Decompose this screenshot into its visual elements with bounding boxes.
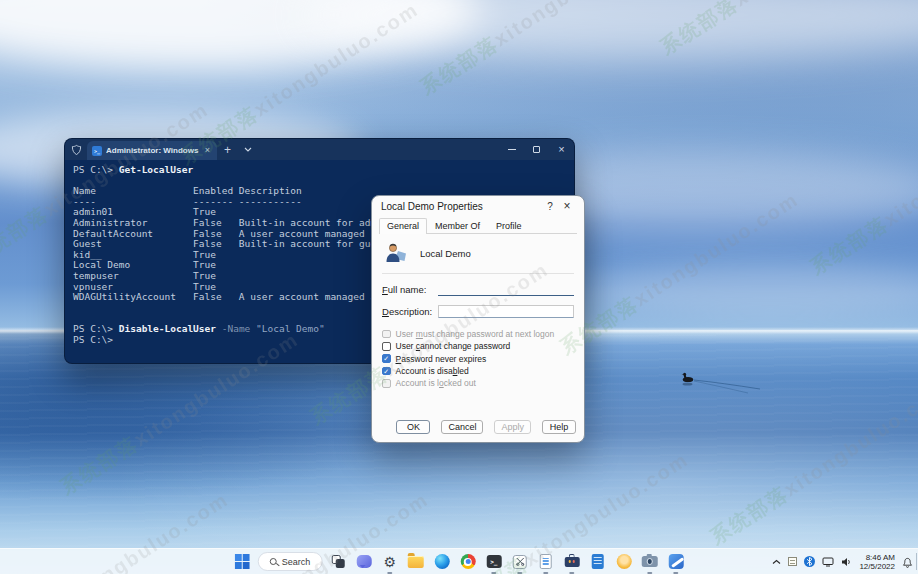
ok-button[interactable]: OK [396, 420, 430, 434]
terminal-tab[interactable]: >_ Administrator: Windows Pow × [87, 141, 217, 160]
camera-icon[interactable] [639, 551, 660, 572]
description-row: Description: [382, 305, 574, 318]
tab-profile[interactable]: Profile [488, 218, 530, 234]
full-name-label: Full name: [382, 284, 438, 295]
checkbox-password-never-expires[interactable]: ✓Password never expires [382, 353, 584, 365]
volume-icon[interactable] [841, 557, 852, 567]
notepad-icon[interactable] [535, 551, 556, 572]
checkbox-label: Account is disabled [396, 366, 469, 376]
terminal-tab-title: Administrator: Windows Pow [106, 146, 199, 155]
search-icon [270, 558, 277, 565]
network-icon[interactable] [822, 557, 834, 567]
checkbox-box [382, 379, 391, 388]
toolbox-icon[interactable] [561, 551, 582, 572]
checkbox-list: User must change password at next logonU… [382, 328, 584, 389]
tab-close-icon[interactable]: × [203, 146, 212, 155]
checkbox-label: Password never expires [396, 354, 487, 364]
full-name-row: Full name: [382, 283, 574, 296]
settings-icon[interactable]: ⚙ [379, 551, 400, 572]
checkbox-label: User must change password at next logon [396, 329, 555, 339]
task-view-icon[interactable] [327, 551, 348, 572]
checkbox-account-is-disabled[interactable]: ✓Account is disabled [382, 365, 584, 377]
clock-date: 12/5/2022 [859, 562, 895, 571]
checkbox-account-is-locked-out: Account is locked out [382, 377, 584, 389]
clock-app-icon[interactable] [613, 551, 634, 572]
dialog-title: Local Demo Properties [381, 201, 542, 212]
word-document-icon[interactable] [587, 551, 608, 572]
system-tray: 8:46 AM 12/5/2022 [772, 549, 913, 574]
taskbar-clock[interactable]: 8:46 AM 12/5/2022 [859, 553, 895, 571]
close-button[interactable]: × [549, 139, 574, 160]
checkbox-box[interactable] [382, 342, 391, 351]
clock-time: 8:46 AM [859, 553, 895, 562]
terminal-line: PS C:\> Get-LocalUser [73, 165, 574, 176]
tab-member-of[interactable]: Member Of [427, 218, 488, 234]
description-input[interactable] [438, 305, 574, 318]
help-icon[interactable]: ? [542, 201, 558, 212]
chrome-icon[interactable] [457, 551, 478, 572]
dialog-close-icon[interactable]: × [558, 199, 576, 213]
file-explorer-icon[interactable] [405, 551, 426, 572]
checkbox-label: Account is locked out [396, 378, 476, 388]
tab-general[interactable]: General [379, 218, 427, 234]
terminal-titlebar[interactable]: >_ Administrator: Windows Pow × + × [65, 139, 574, 160]
paint-icon[interactable] [665, 551, 686, 572]
checkbox-label: User cannot change password [396, 341, 511, 351]
admin-shield-icon [65, 139, 87, 160]
tab-dropdown-button[interactable] [238, 139, 258, 160]
minimize-button[interactable] [499, 139, 524, 160]
tray-app-icon[interactable] [788, 557, 797, 566]
chat-icon[interactable] [353, 551, 374, 572]
taskbar-search[interactable]: Search [258, 552, 323, 571]
checkbox-user-cannot-change-password[interactable]: User cannot change password [382, 340, 584, 352]
checkbox-box[interactable]: ✓ [382, 367, 391, 376]
user-account-icon [384, 242, 408, 265]
terminal-icon[interactable]: >_ [483, 551, 504, 572]
dialog-titlebar[interactable]: Local Demo Properties ? × [372, 196, 584, 216]
snipping-tool-icon[interactable] [509, 551, 530, 572]
new-tab-button[interactable]: + [217, 139, 238, 160]
tray-dynamic [772, 556, 852, 567]
bluetooth-icon[interactable] [804, 556, 815, 567]
full-name-input[interactable] [438, 284, 574, 296]
search-label: Search [282, 557, 311, 567]
start-icon[interactable] [232, 551, 253, 572]
taskbar-center: Search⚙>_ [232, 549, 687, 574]
maximize-button[interactable] [524, 139, 549, 160]
edge-icon[interactable] [431, 551, 452, 572]
properties-dialog: Local Demo Properties ? × GeneralMember … [371, 195, 585, 443]
checkbox-box[interactable]: ✓ [382, 354, 391, 363]
checkbox-box [382, 330, 391, 339]
titlebar-drag-area[interactable] [258, 139, 499, 160]
chevron-up-icon[interactable] [772, 559, 781, 565]
description-label: Description: [382, 306, 438, 317]
divider [382, 273, 574, 274]
dialog-tab-strip: GeneralMember OfProfile [379, 218, 577, 234]
help-button[interactable]: Help [542, 420, 576, 434]
account-name: Local Demo [420, 248, 471, 259]
cancel-button[interactable]: Cancel [441, 420, 483, 434]
dialog-fields: Full name:Description: [372, 283, 584, 318]
swimming-bird [672, 368, 764, 398]
dialog-buttons: OKCancelApplyHelp [396, 420, 576, 434]
powershell-icon: >_ [92, 146, 102, 156]
taskbar: Search⚙>_ 8:46 AM 12/5/2022 [0, 548, 918, 574]
checkbox-user-must-change-password-at-next-logon: User must change password at next logon [382, 328, 584, 340]
apply-button: Apply [494, 420, 531, 434]
notification-bell-icon[interactable] [902, 556, 913, 568]
